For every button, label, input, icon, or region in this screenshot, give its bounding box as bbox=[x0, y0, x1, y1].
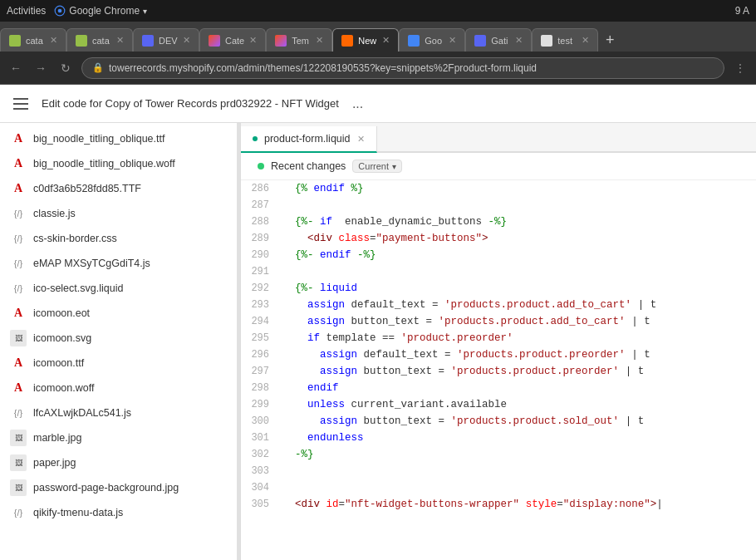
line-content-294: assign button_text = 'products.product.a… bbox=[279, 313, 756, 330]
tab-close-goo[interactable]: ✕ bbox=[449, 35, 456, 46]
code-line-295: 295 if template == 'product.preorder' bbox=[241, 330, 756, 346]
line-num-294: 294 bbox=[241, 313, 279, 330]
forward-button[interactable]: → bbox=[32, 59, 50, 77]
activities-label[interactable]: Activities bbox=[7, 5, 46, 17]
browser-tab-cata2[interactable]: cata ✕ bbox=[66, 28, 133, 52]
sidebar-file-item[interactable]: {/} cs-skin-border.css bbox=[0, 226, 240, 251]
file-name: qikify-tmenu-data.js bbox=[33, 507, 123, 518]
tab-favicon-cata1 bbox=[9, 35, 21, 47]
code-container[interactable]: 286 {% endif %} 287 288 {%- if enable_dy… bbox=[241, 180, 756, 560]
line-num-303: 303 bbox=[241, 463, 279, 479]
tab-close-test[interactable]: ✕ bbox=[582, 35, 589, 46]
font-icon: A bbox=[10, 130, 27, 147]
tab-close-cata2[interactable]: ✕ bbox=[116, 35, 124, 46]
file-tab-close[interactable]: ✕ bbox=[357, 134, 365, 145]
line-content-305: <div id="nft-widget-buttons-wrapper" sty… bbox=[279, 496, 756, 513]
tab-close-tem[interactable]: ✕ bbox=[316, 35, 323, 46]
tab-favicon-cata2 bbox=[76, 35, 87, 47]
line-content-293: assign default_text = 'products.product.… bbox=[279, 297, 756, 313]
sidebar-file-item[interactable]: {/} eMAP MXSyTCgGdiT4.js bbox=[0, 251, 240, 276]
sidebar-file-item[interactable]: A big_noodle_titling_oblique.woff bbox=[0, 151, 240, 176]
file-tab-product-form[interactable]: product-form.liquid ✕ bbox=[241, 126, 377, 153]
sidebar-file-item[interactable]: {/} classie.js bbox=[0, 201, 240, 226]
recent-dot bbox=[258, 163, 264, 169]
sidebar-file-item[interactable]: A icomoon.woff bbox=[0, 376, 240, 400]
current-badge[interactable]: Current ▾ bbox=[352, 160, 402, 173]
tab-label-test: test bbox=[557, 36, 572, 46]
lock-icon: 🔒 bbox=[92, 62, 104, 73]
refresh-button[interactable]: ↻ bbox=[56, 59, 75, 77]
sidebar-file-list: A big_noodle_titling_oblique.ttf A big_n… bbox=[0, 123, 241, 560]
browser-tab-dev[interactable]: DEV ✕ bbox=[133, 28, 199, 52]
sidebar-file-item[interactable]: {/} ico-select.svg.liquid bbox=[0, 276, 240, 301]
tab-label-cata1: cata bbox=[26, 36, 43, 46]
browser-tab-gati[interactable]: Gati ✕ bbox=[465, 28, 532, 52]
sidebar-file-item[interactable]: {/} lfcAXLwjkDALc541.js bbox=[0, 400, 240, 425]
tab-favicon-goo bbox=[408, 35, 420, 47]
back-button[interactable]: ← bbox=[7, 59, 25, 77]
address-bar-row: ← → ↻ 🔒 towerrecords.myshopify.com/admin… bbox=[0, 52, 756, 85]
line-num-290: 290 bbox=[241, 247, 279, 263]
tab-close-cate[interactable]: ✕ bbox=[249, 35, 257, 46]
browser-tab-cata1[interactable]: cata ✕ bbox=[0, 28, 66, 52]
line-num-296: 296 bbox=[241, 346, 279, 363]
sidebar-toggle-button[interactable] bbox=[10, 93, 32, 115]
line-content-299: unless current_variant.available bbox=[279, 396, 756, 413]
editor-area: product-form.liquid ✕ Recent changes Cur… bbox=[241, 123, 756, 560]
file-name: ico-select.svg.liquid bbox=[33, 282, 123, 294]
tab-label-gati: Gati bbox=[491, 36, 508, 46]
line-num-293: 293 bbox=[241, 297, 279, 313]
code-line-293: 293 assign default_text = 'products.prod… bbox=[241, 297, 756, 313]
file-name: icomoon.eot bbox=[33, 307, 90, 319]
file-name: lfcAXLwjkDALc541.js bbox=[33, 407, 131, 419]
tab-close-cata1[interactable]: ✕ bbox=[50, 35, 57, 46]
code-line-296: 296 assign default_text = 'products.prod… bbox=[241, 346, 756, 363]
line-content-290: {%- endif -%} bbox=[279, 247, 756, 263]
code-line-290: 290 {%- endif -%} bbox=[241, 247, 756, 263]
sidebar-file-item[interactable]: 🖼 marble.jpg bbox=[0, 425, 240, 450]
sidebar-file-item[interactable]: A icomoon.eot bbox=[0, 301, 240, 326]
browser-tab-new[interactable]: New ✕ bbox=[332, 28, 399, 52]
line-content-295: if template == 'product.preorder' bbox=[279, 330, 756, 346]
new-tab-button[interactable]: + bbox=[598, 28, 621, 52]
sidebar-file-item[interactable]: 🖼 icomoon.svg bbox=[0, 326, 240, 351]
tab-label-cata2: cata bbox=[92, 36, 110, 46]
more-options-button[interactable]: ... bbox=[352, 96, 363, 111]
browser-tab-cate[interactable]: Cate ✕ bbox=[199, 28, 266, 52]
sidebar-file-item[interactable]: A big_noodle_titling_oblique.ttf bbox=[0, 126, 240, 151]
code-line-304: 304 bbox=[241, 479, 756, 496]
browser-dropdown-icon[interactable]: ▾ bbox=[143, 7, 147, 16]
tab-close-gati[interactable]: ✕ bbox=[515, 35, 523, 46]
tab-favicon-gati bbox=[474, 35, 486, 47]
line-content-303 bbox=[279, 463, 756, 479]
extensions-button[interactable]: ⋮ bbox=[731, 59, 749, 77]
tab-close-dev[interactable]: ✕ bbox=[183, 35, 190, 46]
address-input[interactable]: 🔒 towerrecords.myshopify.com/admin/theme… bbox=[81, 57, 724, 79]
line-num-286: 286 bbox=[241, 180, 279, 197]
file-name: c0df3a6b528fdd85.TTF bbox=[33, 183, 141, 194]
tab-label-dev: DEV bbox=[159, 36, 178, 46]
sidebar-file-item[interactable]: {/} qikify-tmenu-data.js bbox=[0, 500, 240, 525]
tab-close-new[interactable]: ✕ bbox=[382, 35, 390, 46]
code-icon: {/} bbox=[10, 504, 27, 521]
line-num-300: 300 bbox=[241, 413, 279, 430]
code-line-288: 288 {%- if enable_dynamic_buttons -%} bbox=[241, 214, 756, 230]
code-line-286: 286 {% endif %} bbox=[241, 180, 756, 197]
file-name: paper.jpg bbox=[33, 457, 76, 469]
code-line-303: 303 bbox=[241, 463, 756, 479]
main-content: A big_noodle_titling_oblique.ttf A big_n… bbox=[0, 123, 756, 560]
sidebar-file-item[interactable]: 🖼 password-page-background.jpg bbox=[0, 475, 240, 500]
browser-tab-goo[interactable]: Goo ✕ bbox=[399, 28, 465, 52]
svg-rect-2 bbox=[13, 98, 28, 100]
browser-tab-test[interactable]: test ✕ bbox=[532, 28, 598, 52]
code-icon: {/} bbox=[10, 230, 27, 247]
tab-label-new: New bbox=[358, 36, 376, 46]
sidebar-file-item[interactable]: A c0df3a6b528fdd85.TTF bbox=[0, 176, 240, 201]
sidebar-file-item[interactable]: 🖼 paper.jpg bbox=[0, 450, 240, 475]
code-line-292: 292 {%- liquid bbox=[241, 280, 756, 297]
browser-tab-tem[interactable]: Tem ✕ bbox=[266, 28, 332, 52]
sidebar-file-item[interactable]: A icomoon.ttf bbox=[0, 351, 240, 376]
code-line-297: 297 assign button_text = 'products.produ… bbox=[241, 363, 756, 380]
font-icon: A bbox=[10, 180, 27, 197]
code-line-299: 299 unless current_variant.available bbox=[241, 396, 756, 413]
